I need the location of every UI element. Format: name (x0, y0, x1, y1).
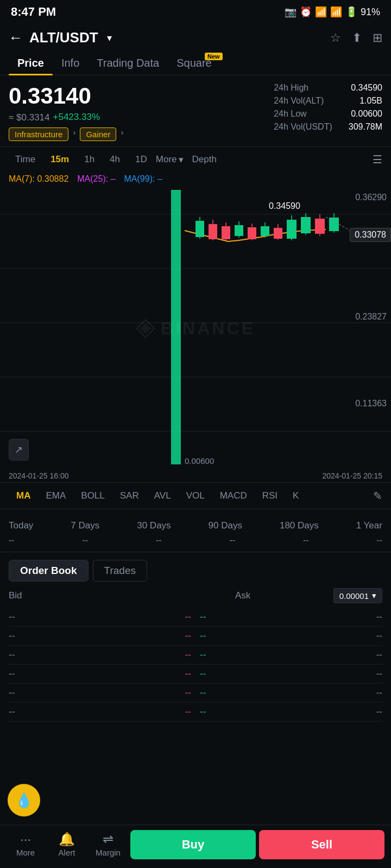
grid-icon[interactable]: ⊞ (373, 31, 382, 45)
chart-area[interactable]: 0.36290 0.23827 0.11363 0.33078 BINANCE (0, 187, 391, 469)
signal-icon: 📶 (330, 6, 342, 18)
total-val: -- (376, 687, 382, 698)
indicator-k[interactable]: K (285, 487, 306, 505)
tab-order-book[interactable]: Order Book (9, 560, 89, 582)
high-value: 0.34590 (351, 83, 382, 93)
order-row: -- -- -- -- (9, 608, 382, 627)
chart-dates: 2024-01-25 16:00 2024-01-25 20:15 (0, 469, 391, 482)
perf-values: -- -- -- -- -- -- (9, 534, 382, 545)
header: ← ALT/USDT ▾ ☆ ⬆ ⊞ (0, 24, 391, 52)
ask-green: -- (200, 611, 206, 622)
total-val: -- (376, 706, 382, 717)
price-filter[interactable]: 0.00001 ▾ (333, 588, 382, 603)
time-btn-15m[interactable]: 15m (44, 151, 75, 168)
ma7-indicator: MA(7): 0.30882 (9, 174, 68, 184)
ask-red: -- (185, 687, 191, 698)
ask-red: -- (185, 630, 191, 641)
margin-label: Margin (96, 848, 121, 857)
header-actions: ☆ ⬆ ⊞ (330, 31, 382, 45)
tab-trades[interactable]: Trades (93, 560, 147, 582)
perf-val-180days: -- (303, 535, 309, 545)
nav-margin[interactable]: ⇌ Margin (89, 829, 127, 859)
order-row: -- -- -- -- (9, 627, 382, 646)
nav-more[interactable]: ··· More (7, 829, 45, 859)
sell-button[interactable]: Sell (259, 830, 384, 859)
tab-price[interactable]: Price (9, 52, 53, 75)
buy-button[interactable]: Buy (130, 830, 256, 859)
price-mid3-label: 0.11363 (355, 399, 387, 409)
ask-red: -- (185, 706, 191, 717)
perf-val-1year: -- (376, 535, 382, 545)
tag-separator: › (73, 127, 75, 141)
stat-high: 24h High 0.34590 (274, 83, 382, 93)
ask-group: -- -- (185, 687, 206, 698)
ask-red: -- (185, 611, 191, 622)
chart-date-right: 2024-01-25 20:15 (322, 471, 382, 480)
indicator-vol[interactable]: VOL (179, 487, 212, 505)
indicator-avl[interactable]: AVL (147, 487, 179, 505)
filter-dropdown-icon: ▾ (372, 591, 376, 601)
main-tabs: Price Info Trading Data Square New (0, 52, 391, 75)
share-icon[interactable]: ⬆ (352, 31, 362, 45)
low-value: 0.00600 (351, 109, 382, 119)
time-more-button[interactable]: More ▾ (156, 154, 184, 165)
perf-30days: 30 Days (137, 520, 171, 531)
watchlist-icon[interactable]: ☆ (330, 31, 341, 45)
nav-alert[interactable]: 🔔 Alert (48, 829, 86, 859)
indicator-macd[interactable]: MACD (212, 487, 255, 505)
indicator-rsi[interactable]: RSI (255, 487, 285, 505)
ask-green: -- (200, 706, 206, 717)
total-val: -- (376, 668, 382, 679)
vol-usdt-value: 309.78M (349, 122, 382, 132)
perf-val-90days: -- (229, 535, 235, 545)
tab-info[interactable]: Info (53, 52, 88, 75)
tab-square[interactable]: Square New (168, 52, 220, 75)
vol-alt-label: 24h Vol(ALT) (274, 96, 324, 106)
stat-vol-alt: 24h Vol(ALT) 1.05B (274, 96, 382, 106)
float-fire-button[interactable]: 💧 (8, 784, 40, 816)
svg-rect-7 (171, 190, 181, 464)
stat-low: 24h Low 0.00600 (274, 109, 382, 119)
indicator-ma[interactable]: MA (9, 487, 38, 505)
status-time: 8:47 PM (11, 5, 56, 19)
pair-dropdown-icon[interactable]: ▾ (107, 32, 112, 44)
perf-val-30days: -- (156, 535, 162, 545)
time-btn-1h[interactable]: 1h (78, 151, 101, 168)
tab-trading-data[interactable]: Trading Data (88, 52, 168, 75)
chart-settings-icon[interactable]: ☰ (373, 153, 382, 166)
ask-green: -- (200, 668, 206, 679)
expand-chart-button[interactable]: ↗ (9, 439, 29, 461)
indicator-edit-icon[interactable]: ✎ (373, 489, 382, 502)
tag-infrastructure[interactable]: Infrastructure (9, 127, 68, 141)
ma25-indicator: MA(25): – (77, 174, 115, 184)
time-btn-1d[interactable]: 1D (129, 151, 154, 168)
perf-val-today: -- (9, 535, 15, 545)
total-val: -- (376, 611, 382, 622)
time-btn-4h[interactable]: 4h (103, 151, 127, 168)
indicator-sar[interactable]: SAR (112, 487, 147, 505)
order-row: -- -- -- -- (9, 646, 382, 665)
ma-indicators: MA(7): 0.30882 MA(25): – MA(99): – (0, 172, 391, 187)
price-top-label: 0.36290 (355, 193, 387, 202)
ask-label: Ask (235, 590, 250, 601)
ask-green: -- (200, 649, 206, 660)
ask-red: -- (185, 668, 191, 679)
back-button[interactable]: ← (9, 29, 23, 46)
alarm-icon: ⏰ (300, 6, 312, 18)
ask-group: -- -- (185, 668, 206, 679)
indicator-ema[interactable]: EMA (38, 487, 73, 505)
perf-7days: 7 Days (71, 520, 99, 531)
depth-button[interactable]: Depth (192, 154, 217, 165)
margin-icon: ⇌ (103, 832, 113, 847)
main-price: 0.33140 (9, 83, 123, 109)
time-btn-time[interactable]: Time (9, 151, 42, 168)
tags: Infrastructure › Gainer › (9, 127, 123, 141)
order-row: -- -- -- -- (9, 665, 382, 684)
alert-icon: 🔔 (59, 832, 75, 847)
vol-usdt-label: 24h Vol(USDT) (274, 122, 332, 132)
perf-1year: 1 Year (356, 520, 382, 531)
indicator-boll[interactable]: BOLL (73, 487, 112, 505)
svg-text:0.34590: 0.34590 (269, 201, 300, 210)
tag-gainer[interactable]: Gainer (80, 127, 116, 141)
ma99-indicator: MA(99): – (124, 174, 162, 184)
